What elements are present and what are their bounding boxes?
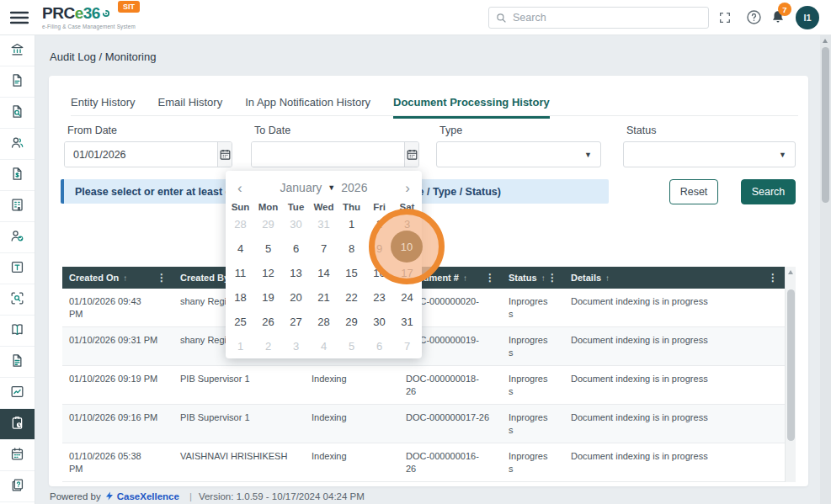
day-cell[interactable]: 23 [365, 285, 393, 310]
day-cell[interactable]: 16 [365, 261, 393, 285]
sidebar-item-user-check[interactable] [0, 222, 35, 253]
day-cell[interactable]: 31 [393, 310, 421, 334]
sidebar-item-file-search[interactable] [0, 98, 35, 129]
help-button[interactable] [746, 9, 762, 28]
day-cell[interactable]: 11 [226, 261, 254, 285]
day-cell[interactable]: 8 [338, 236, 365, 261]
column-menu-icon[interactable]: ⋮ [547, 272, 557, 284]
day-cell[interactable]: 29 [254, 212, 282, 236]
brand-link[interactable]: CaseXellence [104, 491, 179, 501]
sidebar-item-users[interactable] [0, 129, 35, 160]
sort-arrow-icon[interactable]: ↑ [463, 273, 467, 283]
tab-document-processing-history[interactable]: Document Processing History [393, 96, 550, 119]
calendar-month-label[interactable]: January [280, 181, 322, 194]
column-header-created-on[interactable]: Created On↑⋮ [62, 267, 173, 289]
day-cell[interactable]: 22 [338, 285, 365, 310]
sidebar-item-clipboard-clock[interactable] [0, 409, 35, 440]
day-cell[interactable]: 2 [254, 334, 282, 358]
sort-arrow-icon[interactable]: ↑ [541, 273, 546, 283]
table-row[interactable]: 01/10/2026 09:19 PMPIB Supervisor 1Index… [62, 366, 785, 405]
column-menu-icon[interactable]: ⋮ [768, 272, 778, 284]
table-row[interactable]: 01/10/2026 09:31 PMshany RegisteIndexing… [62, 327, 785, 366]
to-date-input[interactable] [252, 142, 404, 167]
tab-email-history[interactable]: Email History [158, 96, 223, 119]
day-cell[interactable]: 4 [226, 236, 254, 261]
table-scrollbar-thumb[interactable] [787, 289, 795, 441]
day-cell[interactable]: 5 [254, 236, 282, 261]
notifications-button[interactable]: 7 [770, 9, 787, 26]
sort-arrow-icon[interactable]: ↑ [605, 273, 610, 283]
sidebar-item-doc-help[interactable] [0, 471, 35, 502]
day-cell[interactable]: 14 [310, 261, 338, 285]
day-cell[interactable]: 6 [365, 334, 393, 358]
search-input[interactable] [513, 12, 701, 24]
day-cell[interactable]: 3 [393, 212, 421, 236]
calendar-year-label[interactable]: 2026 [341, 181, 367, 194]
sidebar-item-bank[interactable] [0, 35, 35, 66]
sidebar-item-file[interactable] [0, 66, 35, 98]
page-scrollbar-thumb[interactable] [822, 47, 829, 203]
day-cell[interactable]: 24 [393, 285, 421, 310]
sidebar-item-book[interactable] [0, 316, 35, 347]
day-cell[interactable]: 21 [310, 285, 338, 310]
day-cell[interactable]: 25 [226, 310, 254, 334]
table-row[interactable]: 01/10/2026 05:38 PMVAISHNAVI HRISHIKESHI… [62, 443, 785, 482]
user-avatar[interactable]: I1 [796, 6, 819, 29]
day-cell[interactable]: 30 [282, 212, 310, 236]
from-date-input[interactable] [65, 142, 217, 167]
from-date-calendar-button[interactable] [217, 142, 232, 167]
sidebar-item-file-dollar[interactable] [0, 160, 35, 191]
column-menu-icon[interactable]: ⋮ [157, 272, 167, 284]
day-cell[interactable]: 1 [226, 334, 254, 358]
day-cell[interactable]: 17 [393, 261, 421, 285]
day-cell[interactable]: 13 [282, 261, 310, 285]
day-cell[interactable]: 7 [310, 236, 338, 261]
status-select[interactable]: ▼ [623, 141, 796, 167]
day-cell[interactable]: 27 [282, 310, 310, 334]
tab-entity-history[interactable]: Entity History [71, 96, 136, 119]
day-cell[interactable]: 1 [338, 212, 365, 236]
sidebar-item-scan-search[interactable] [0, 284, 35, 316]
day-cell[interactable]: 6 [282, 236, 310, 261]
table-row[interactable]: 01/10/2026 09:43 PMshany RegisteIndexing… [62, 289, 785, 327]
table-row[interactable]: 01/10/2026 09:16 PMPIB Supervisor 1Index… [62, 405, 785, 443]
day-cell[interactable]: 18 [226, 285, 254, 310]
month-dropdown-icon[interactable]: ▼ [328, 183, 335, 192]
reset-button[interactable]: Reset [669, 179, 718, 204]
day-cell[interactable]: 5 [338, 334, 365, 358]
day-cell[interactable]: 29 [338, 310, 365, 334]
day-cell[interactable]: 9 [365, 236, 393, 261]
prev-month-button[interactable]: ‹ [236, 181, 244, 195]
sort-arrow-icon[interactable]: ↑ [123, 273, 127, 283]
sidebar-item-calendar[interactable] [0, 440, 35, 471]
day-cell[interactable]: 4 [310, 334, 338, 358]
to-date-calendar-button[interactable] [404, 142, 418, 167]
day-cell[interactable]: 28 [226, 212, 254, 236]
sidebar-item-chart[interactable] [0, 378, 35, 409]
page-scrollbar[interactable] [820, 35, 831, 504]
day-cell[interactable]: 3 [282, 334, 310, 358]
sidebar-item-text-doc[interactable] [0, 253, 35, 284]
sidebar-item-doc-lines[interactable] [0, 347, 35, 378]
day-cell[interactable]: 20 [282, 285, 310, 310]
next-month-button[interactable]: › [403, 181, 412, 195]
fullscreen-button[interactable] [718, 11, 732, 27]
day-cell[interactable]: 26 [254, 310, 282, 334]
day-cell[interactable]: 31 [310, 212, 338, 236]
menu-toggle-button[interactable] [8, 10, 30, 27]
day-cell[interactable]: 10 [393, 236, 421, 261]
day-cell[interactable]: 28 [310, 310, 338, 334]
day-cell[interactable]: 2 [365, 212, 393, 236]
sidebar-item-building[interactable] [0, 191, 35, 222]
column-header-details[interactable]: Details↑⋮ [564, 267, 785, 289]
tab-in-app-notification-history[interactable]: In App Notification History [245, 96, 370, 119]
search-button[interactable]: Search [741, 179, 796, 204]
day-cell[interactable]: 12 [254, 261, 282, 285]
column-menu-icon[interactable]: ⋮ [485, 272, 495, 284]
column-header-status[interactable]: Status↑⋮ [502, 267, 564, 289]
table-scrollbar[interactable] [785, 267, 796, 482]
day-cell[interactable]: 15 [338, 261, 365, 285]
type-select[interactable]: ▼ [436, 141, 601, 167]
day-cell[interactable]: 7 [393, 334, 421, 358]
day-cell[interactable]: 30 [365, 310, 393, 334]
